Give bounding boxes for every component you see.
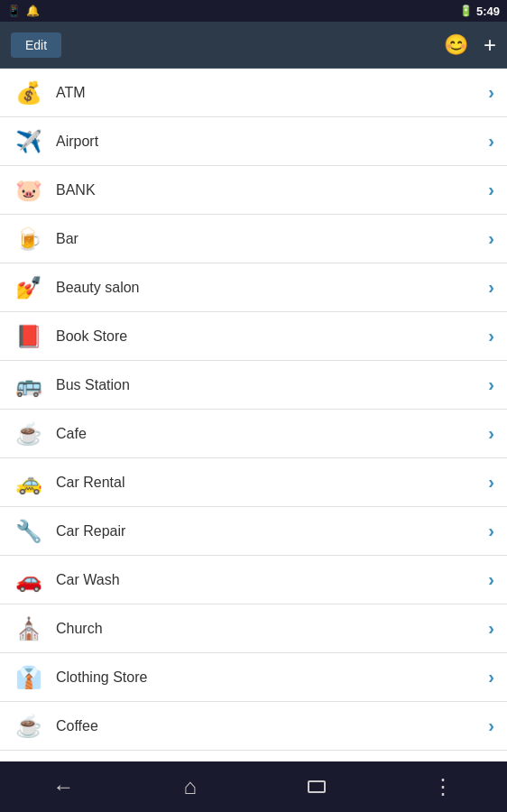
list-item-clothing-store[interactable]: 👔Clothing Store› (0, 653, 507, 702)
beauty-salon-label: Beauty salon (56, 280, 488, 296)
status-bar-left: 📱 🔔 (7, 5, 40, 17)
back-icon: ← (52, 774, 74, 799)
status-bar-right: 🔋 5:49 (459, 5, 500, 18)
list-item-coffee[interactable]: ☕Coffee› (0, 702, 507, 751)
home-button[interactable]: ⌂ (168, 764, 213, 809)
profile-icon-button[interactable]: 😊 (440, 29, 473, 61)
bus-station-label: Bus Station (56, 377, 488, 393)
list-item-car-repair[interactable]: 🔧Car Repair› (0, 507, 507, 556)
edit-button[interactable]: Edit (11, 32, 61, 58)
atm-label: ATM (56, 85, 488, 101)
car-wash-chevron: › (488, 569, 494, 590)
more-icon: ⋮ (432, 774, 455, 799)
notification-icon-1: 📱 (7, 5, 21, 17)
bar-chevron: › (488, 228, 494, 249)
book-store-label: Book Store (56, 328, 488, 345)
car-rental-chevron: › (488, 472, 494, 493)
list-item-cafe[interactable]: ☕Cafe› (0, 410, 507, 458)
church-label: Church (56, 621, 488, 637)
cafe-icon: ☕ (13, 418, 45, 450)
car-rental-label: Car Rental (56, 475, 488, 491)
list-item-atm[interactable]: 💰ATM› (0, 69, 507, 117)
car-wash-icon: 🚗 (13, 564, 45, 596)
bar-label: Bar (56, 231, 488, 247)
status-bar: 📱 🔔 🔋 5:49 (0, 0, 507, 22)
airport-chevron: › (488, 131, 494, 152)
clothing-store-chevron: › (488, 667, 494, 687)
cafe-chevron: › (488, 423, 494, 444)
profile-icon: 😊 (444, 33, 468, 57)
list-item-airport[interactable]: ✈️Airport› (0, 117, 507, 166)
recent-apps-button[interactable] (294, 764, 339, 809)
car-repair-icon: 🔧 (13, 515, 45, 548)
list-item-church[interactable]: ⛪Church› (0, 604, 507, 653)
list-container: 💰ATM›✈️Airport›🐷BANK›🍺Bar›💅Beauty salon›… (0, 69, 507, 761)
atm-chevron: › (488, 82, 494, 103)
list-item-beauty-salon[interactable]: 💅Beauty salon› (0, 263, 507, 312)
bottom-nav: ← ⌂ ⋮ (0, 761, 507, 812)
more-options-button[interactable]: ⋮ (421, 764, 466, 809)
clothing-store-icon: 👔 (13, 661, 45, 694)
list-item-bank[interactable]: 🐷BANK› (0, 166, 507, 215)
bank-label: BANK (56, 182, 488, 198)
car-rental-icon: 🚕 (13, 466, 45, 499)
coffee-chevron: › (488, 715, 494, 736)
car-repair-chevron: › (488, 521, 494, 541)
airport-label: Airport (56, 134, 488, 150)
car-wash-label: Car Wash (56, 572, 488, 588)
car-repair-label: Car Repair (56, 523, 488, 540)
list-item-dentist[interactable]: 🦷Dentist› (0, 751, 507, 761)
book-store-icon: 📕 (13, 320, 45, 353)
church-icon: ⛪ (13, 613, 45, 645)
airport-icon: ✈️ (13, 125, 45, 158)
list-item-book-store[interactable]: 📕Book Store› (0, 312, 507, 361)
bus-station-icon: 🚌 (13, 369, 45, 401)
bus-station-chevron: › (488, 374, 494, 395)
list-item-bus-station[interactable]: 🚌Bus Station› (0, 361, 507, 410)
action-bar-right: 😊 + (440, 29, 496, 61)
coffee-label: Coffee (56, 718, 488, 734)
church-chevron: › (488, 618, 494, 639)
cafe-label: Cafe (56, 426, 488, 442)
time-display: 5:49 (476, 5, 500, 18)
beauty-salon-chevron: › (488, 277, 494, 298)
book-store-chevron: › (488, 326, 494, 346)
bar-icon: 🍺 (13, 223, 45, 255)
action-bar: Edit 😊 + (0, 22, 507, 69)
list-item-car-rental[interactable]: 🚕Car Rental› (0, 458, 507, 507)
bank-icon: 🐷 (13, 174, 45, 207)
clothing-store-label: Clothing Store (56, 669, 488, 686)
back-button[interactable]: ← (41, 764, 86, 809)
atm-icon: 💰 (13, 77, 45, 109)
battery-icon: 🔋 (459, 5, 473, 17)
beauty-salon-icon: 💅 (13, 272, 45, 304)
recent-icon (308, 780, 326, 793)
coffee-icon: ☕ (13, 710, 45, 743)
list-item-car-wash[interactable]: 🚗Car Wash› (0, 556, 507, 604)
list-item-bar[interactable]: 🍺Bar› (0, 215, 507, 263)
home-icon: ⌂ (184, 774, 198, 799)
bank-chevron: › (488, 180, 494, 200)
notification-icon-2: 🔔 (26, 5, 40, 17)
add-button[interactable]: + (484, 32, 496, 58)
